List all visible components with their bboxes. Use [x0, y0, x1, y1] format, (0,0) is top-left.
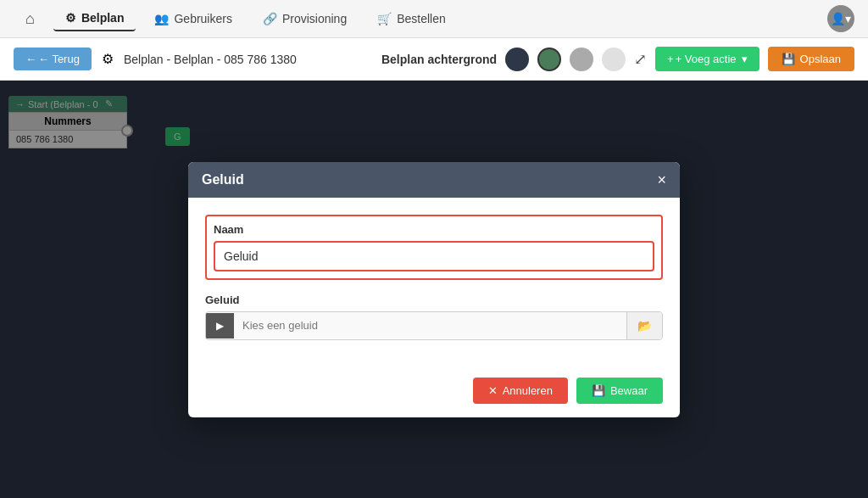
breadcrumb-icon: ⚙: [102, 51, 114, 67]
nav-item-provisioning[interactable]: 🔗 Provisioning: [251, 7, 359, 31]
plus-icon: +: [667, 53, 674, 65]
modal-header: Geluid ×: [188, 162, 680, 198]
fullscreen-icon: ⤢: [634, 51, 647, 68]
subheader-right: Belplan achtergrond ⤢ + + Voeg actie ▾ 💾…: [381, 47, 854, 71]
save-button[interactable]: 💾 Opslaan: [768, 47, 854, 71]
folder-button[interactable]: 📂: [626, 312, 662, 339]
modal-footer: ✕ Annuleren 💾 Bewaar: [188, 367, 680, 417]
modal-overlay: Geluid × Naam Geluid ▶: [0, 81, 868, 498]
color-swatch-gray[interactable]: [570, 48, 593, 71]
naam-input[interactable]: [214, 241, 654, 271]
bestellen-icon: 🛒: [377, 12, 392, 25]
modal-close-button[interactable]: ×: [657, 172, 666, 187]
nav-home[interactable]: ⌂: [14, 5, 47, 33]
breadcrumb: Belplan - Belplan - 085 786 1380: [124, 53, 297, 66]
gebruikers-icon: 👥: [154, 12, 169, 25]
cancel-button[interactable]: ✕ Annuleren: [473, 378, 568, 404]
nav-item-bestellen[interactable]: 🛒 Bestellen: [365, 7, 458, 31]
color-swatch-light[interactable]: [602, 48, 626, 71]
geluid-input-row: ▶ 📂: [205, 311, 663, 340]
color-swatch-green[interactable]: [537, 48, 561, 71]
subheader: ← ← Terug ⚙ Belplan - Belplan - 085 786 …: [0, 38, 868, 81]
close-icon: ×: [657, 171, 666, 188]
nav-item-gebruikers[interactable]: 👥 Gebruikers: [142, 7, 243, 31]
color-swatch-dark[interactable]: [505, 48, 529, 71]
geluid-form-group: Geluid ▶ 📂: [205, 294, 663, 340]
cancel-icon: ✕: [488, 384, 498, 397]
naam-label: Naam: [214, 223, 654, 236]
modal-title: Geluid: [202, 172, 244, 187]
modal-body: Naam Geluid ▶ 📂: [188, 198, 680, 367]
user-avatar[interactable]: 👤▾: [827, 5, 854, 32]
back-arrow-icon: ←: [25, 53, 36, 65]
avatar-icon: 👤: [831, 12, 845, 25]
top-navigation: ⌂ ⚙ Belplan 👥 Gebruikers 🔗 Provisioning …: [0, 0, 868, 38]
add-action-button[interactable]: + + Voeg actie ▾: [655, 47, 760, 71]
nav-item-belplan[interactable]: ⚙ Belplan: [53, 6, 136, 31]
belplan-icon: ⚙: [65, 11, 76, 25]
geluid-label: Geluid: [205, 294, 663, 306]
geluid-text-input[interactable]: [234, 312, 626, 339]
naam-form-group: Naam: [205, 215, 663, 280]
save-icon: 💾: [782, 53, 795, 65]
save-modal-icon: 💾: [592, 384, 605, 397]
dropdown-icon: ▾: [742, 53, 748, 65]
background-label: Belplan achtergrond: [381, 53, 497, 66]
play-button[interactable]: ▶: [206, 313, 234, 339]
geluid-modal: Geluid × Naam Geluid ▶: [188, 162, 680, 417]
provisioning-icon: 🔗: [263, 12, 277, 25]
home-icon: ⌂: [25, 10, 35, 28]
back-button[interactable]: ← ← Terug: [14, 48, 92, 70]
folder-icon: 📂: [637, 319, 652, 333]
canvas-area: → Start (Belplan - 0 ✎ Nummers 085 786 1…: [0, 81, 868, 498]
fullscreen-button[interactable]: ⤢: [634, 50, 647, 69]
save-modal-button[interactable]: 💾 Bewaar: [576, 378, 663, 404]
play-icon: ▶: [216, 320, 224, 332]
